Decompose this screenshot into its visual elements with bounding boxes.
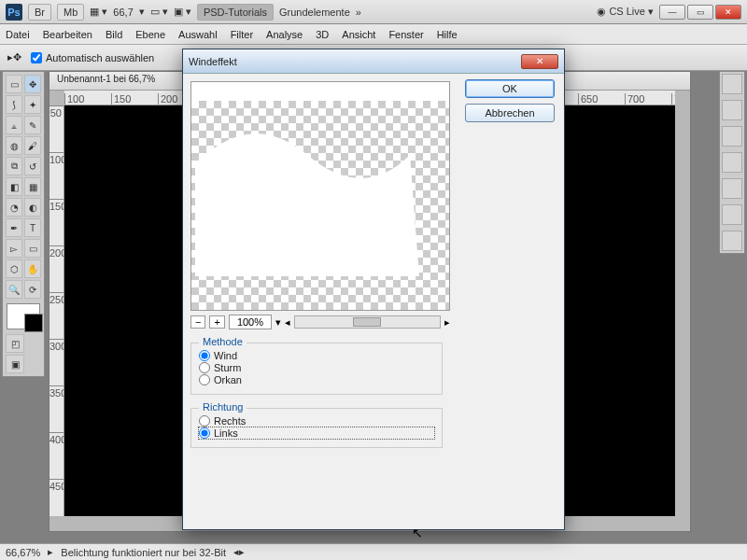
app-logo: Ps [6,4,22,21]
zoom-dropdown-icon[interactable]: ▾ [275,316,281,329]
tool-rotate[interactable]: ⟳ [24,280,41,299]
menu-hilfe[interactable]: Hilfe [437,29,458,40]
tool-3d[interactable]: ⬡ [6,259,22,278]
status-bar: 66,67% ▸ Belichtung funktioniert nur bei… [0,543,747,560]
workspace-pill-1[interactable]: PSD-Tutorials [197,4,274,21]
tool-shape[interactable]: ▭ [24,239,41,258]
cancel-button[interactable]: Abbrechen [465,104,555,122]
workspace-pill-2[interactable]: Grundelemente [279,7,350,18]
menu-bild[interactable]: Bild [106,29,122,40]
tool-gradient[interactable]: ▦ [24,177,41,196]
method-wind[interactable]: Wind [199,350,434,361]
cslive-button[interactable]: ◉ CS Live ▾ [597,6,654,18]
status-zoom[interactable]: 66,67% [6,547,40,558]
method-sturm[interactable]: Sturm [199,362,434,373]
tool-move[interactable]: ✥ [24,75,41,93]
tool-wand[interactable]: ✦ [24,95,41,114]
maximize-button[interactable]: ▭ [687,5,713,20]
tool-eyedrop[interactable]: ✎ [24,116,41,134]
tool-pen[interactable]: ✒ [6,218,22,237]
auto-select-checkbox[interactable]: Automatisch auswählen [31,52,154,63]
preview-hscroll[interactable] [294,315,441,329]
tool-hand[interactable]: ✋ [24,259,41,278]
tool-path[interactable]: ▻ [6,239,22,258]
wind-dialog: Windeffekt ✕ OK Abbrechen − + 100% ▾ ◂ ▸… [182,49,565,530]
method-orkan[interactable]: Orkan [199,374,434,385]
dock-icon[interactable] [722,152,742,173]
zoom-out-button[interactable]: − [190,315,205,329]
menu-3d[interactable]: 3D [316,29,329,40]
layout-icon[interactable]: ▦ ▾ [90,6,107,18]
method-group: Methode Wind Sturm Orkan [190,343,443,395]
screen-icon[interactable]: ▣ ▾ [174,6,191,18]
quickmask-icon[interactable]: ◰ [6,334,24,353]
dock-icon[interactable] [722,231,742,251]
tool-type[interactable]: T [24,218,41,237]
ok-button[interactable]: OK [465,79,555,98]
tool-marquee[interactable]: ▭ [6,75,22,93]
tool-eraser[interactable]: ◧ [6,177,22,196]
dialog-titlebar[interactable]: Windeffekt ✕ [183,49,564,74]
status-message: Belichtung funktioniert nur bei 32-Bit [61,547,226,558]
tool-history[interactable]: ↺ [24,157,41,175]
tool-lasso[interactable]: ⟆ [6,95,22,114]
move-tool-icon[interactable]: ▸✥ [7,51,21,63]
view-icon[interactable]: ▭ ▾ [150,6,168,18]
menu-bar: Datei Bearbeiten Bild Ebene Auswahl Filt… [0,24,747,45]
toolbox: ▭✥ ⟆✦ ⟁✎ ◍🖌 ⧉↺ ◧▦ ◔◐ ✒T ▻▭ ⬡✋ 🔍⟳ ◰ ▣ [2,71,45,377]
preview-box[interactable] [190,81,450,311]
tool-zoom[interactable]: 🔍 [6,280,22,299]
menu-analyse[interactable]: Analyse [266,29,303,40]
app-bar: Ps Br Mb ▦ ▾ 66,7▾ ▭ ▾ ▣ ▾ PSD-Tutorials… [0,0,747,24]
zoom-readout[interactable]: 66,7 [113,7,133,18]
bridge-chip[interactable]: Br [28,4,51,21]
tool-crop[interactable]: ⟁ [6,116,22,134]
dock-icon[interactable] [722,178,742,199]
tool-brush[interactable]: 🖌 [24,136,41,155]
method-legend: Methode [199,336,247,347]
ruler-vertical: 50100150200250300350400450500550 [49,105,64,516]
tool-heal[interactable]: ◍ [6,136,22,155]
tool-blur[interactable]: ◔ [6,198,22,217]
menu-bearbeiten[interactable]: Bearbeiten [43,29,92,40]
direction-group: Richtung Rechts Links [190,408,443,448]
menu-ebene[interactable]: Ebene [135,29,165,40]
dock-icon[interactable] [722,204,742,225]
menu-datei[interactable]: Datei [6,29,30,40]
tool-stamp[interactable]: ⧉ [6,157,22,175]
direction-rechts[interactable]: Rechts [199,415,434,427]
direction-links[interactable]: Links [199,427,434,439]
dialog-title-text: Windeffekt [189,56,237,67]
dock-icon[interactable] [722,74,742,94]
minibridge-chip[interactable]: Mb [57,4,84,21]
zoom-percent[interactable]: 100% [229,315,272,329]
menu-auswahl[interactable]: Auswahl [178,29,218,40]
color-swatch[interactable] [7,303,40,329]
menu-fenster[interactable]: Fenster [388,29,423,40]
screenmode-icon[interactable]: ▣ [6,355,24,373]
dock-icon[interactable] [722,100,742,120]
right-dock [719,71,745,254]
direction-legend: Richtung [199,401,247,413]
menu-ansicht[interactable]: Ansicht [342,29,375,40]
dock-icon[interactable] [722,126,742,147]
dialog-close-button[interactable]: ✕ [521,54,558,69]
zoom-in-button[interactable]: + [209,315,224,329]
close-button[interactable]: ✕ [715,5,741,20]
minimize-button[interactable]: — [659,5,685,20]
tool-dodge[interactable]: ◐ [24,198,41,217]
overflow-icon[interactable]: » [356,7,361,18]
menu-filter[interactable]: Filter [231,29,253,40]
